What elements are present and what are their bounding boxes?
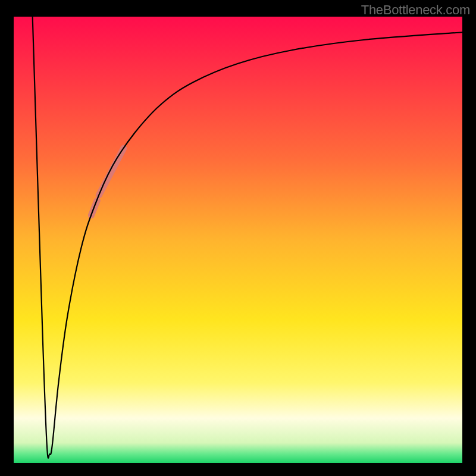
plot-background: [14, 17, 462, 463]
bottleneck-chart: [0, 0, 476, 476]
chart-stage: TheBottleneck.com: [0, 0, 476, 476]
watermark-label: TheBottleneck.com: [361, 2, 470, 18]
